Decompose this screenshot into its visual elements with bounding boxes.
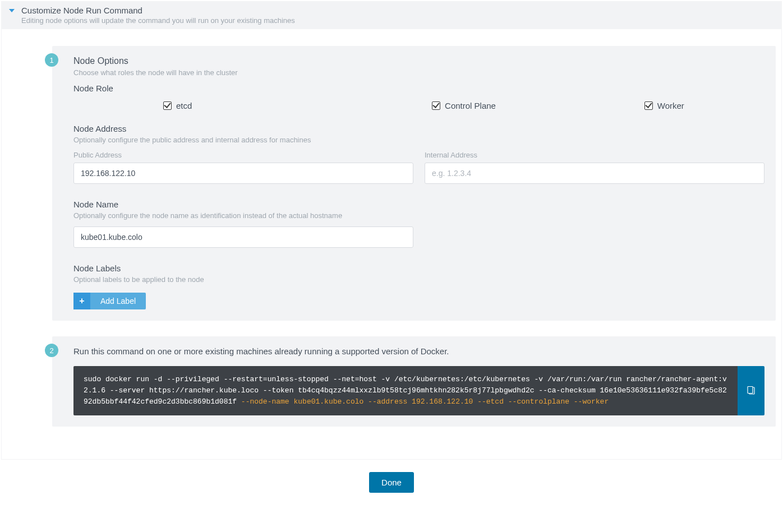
- panel-title: Customize Node Run Command: [21, 6, 773, 15]
- step-badge-1: 1: [45, 53, 58, 67]
- panel-header[interactable]: Customize Node Run Command Editing node …: [1, 1, 782, 29]
- section-run-command: 2 Run this command on one or more existi…: [52, 336, 776, 427]
- checkbox-worker[interactable]: Worker: [644, 101, 684, 110]
- plus-icon: +: [73, 293, 90, 309]
- node-options-subtitle: Choose what roles the node will have in …: [73, 68, 764, 77]
- check-icon: [644, 101, 653, 110]
- command-code-block: sudo docker run -d --privileged --restar…: [73, 366, 738, 415]
- svg-rect-1: [748, 387, 753, 394]
- add-label-text: Add Label: [90, 297, 146, 306]
- checkbox-worker-label: Worker: [657, 101, 684, 110]
- check-icon: [163, 101, 172, 110]
- internal-address-input[interactable]: [425, 163, 764, 184]
- public-address-input[interactable]: [73, 163, 413, 184]
- checkbox-control-plane[interactable]: Control Plane: [432, 101, 496, 110]
- node-role-label: Node Role: [73, 84, 764, 93]
- node-labels-title: Node Labels: [73, 263, 764, 273]
- node-name-subtitle: Optionally configure the node name as id…: [73, 211, 764, 220]
- node-name-input[interactable]: [73, 226, 413, 248]
- panel-subtitle: Editing node options will update the com…: [21, 16, 773, 25]
- checkbox-control-plane-label: Control Plane: [445, 101, 496, 110]
- step-badge-2: 2: [45, 344, 58, 357]
- public-address-label: Public Address: [73, 151, 413, 159]
- node-labels-subtitle: Optional labels to be applied to the nod…: [73, 275, 764, 284]
- chevron-down-icon: [9, 9, 15, 12]
- checkbox-etcd[interactable]: etcd: [163, 101, 192, 110]
- node-name-title: Node Name: [73, 200, 764, 209]
- section-node-options: 1 Node Options Choose what roles the nod…: [52, 46, 776, 321]
- internal-address-label: Internal Address: [425, 151, 764, 159]
- copy-command-button[interactable]: [738, 366, 764, 415]
- node-address-title: Node Address: [73, 124, 764, 133]
- node-options-title: Node Options: [73, 56, 764, 66]
- node-address-subtitle: Optionally configure the public address …: [73, 136, 764, 144]
- done-button[interactable]: Done: [369, 472, 414, 493]
- run-command-title: Run this command on one or more existing…: [73, 346, 764, 356]
- clipboard-icon: [746, 386, 756, 396]
- add-label-button[interactable]: + Add Label: [73, 293, 146, 309]
- checkbox-etcd-label: etcd: [176, 101, 192, 110]
- check-icon: [432, 101, 440, 110]
